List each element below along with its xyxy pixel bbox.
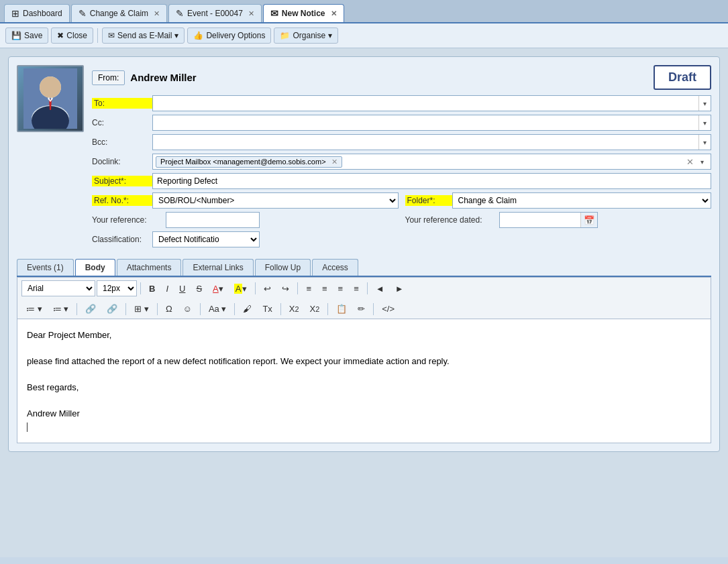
superscript-button[interactable]: X2 bbox=[305, 301, 325, 317]
ref-no-select[interactable]: SOB/ROL/<Number> bbox=[152, 192, 399, 209]
doclink-clear-icon[interactable]: ✕ bbox=[331, 158, 337, 166]
save-button[interactable]: 💾 Save bbox=[5, 27, 48, 44]
redo-button[interactable]: ↪ bbox=[277, 281, 294, 296]
draw-button[interactable]: ✏ bbox=[353, 301, 370, 317]
font-color-button[interactable]: A ▾ bbox=[208, 281, 228, 296]
subject-input[interactable] bbox=[152, 173, 711, 189]
tab-change-claim-close[interactable]: ✕ bbox=[154, 9, 160, 18]
tab-dashboard[interactable]: ⊞ Dashboard bbox=[4, 4, 70, 22]
align-right-button[interactable]: ≡ bbox=[333, 281, 348, 296]
emoji-button[interactable]: ☺ bbox=[178, 301, 197, 317]
organise-dropdown-arrow[interactable]: ▾ bbox=[328, 31, 332, 40]
tab-events[interactable]: Events (1) bbox=[17, 259, 74, 276]
cc-input[interactable] bbox=[153, 116, 698, 129]
editor-toolbar-1: Arial 12px B I U S A ▾ A ▾ ↩ ↪ ≡ ≡ ≡ ≡ ◄… bbox=[17, 277, 711, 299]
close-label: Close bbox=[66, 31, 87, 40]
underline-button[interactable]: U bbox=[174, 281, 190, 296]
ordered-list-button[interactable]: ≔ ▾ bbox=[48, 301, 74, 317]
table-button[interactable]: ⊞ ▾ bbox=[129, 301, 154, 317]
tab-access[interactable]: Access bbox=[312, 259, 358, 276]
to-dropdown-arrow[interactable]: ▾ bbox=[698, 96, 711, 111]
new-notice-icon: ✉ bbox=[270, 8, 278, 19]
classification-select[interactable]: Defect Notificatio bbox=[152, 231, 260, 247]
size-select[interactable]: 12px bbox=[97, 280, 137, 296]
save-label: Save bbox=[24, 31, 42, 40]
doclink-dropdown-arrow[interactable]: ▾ bbox=[696, 154, 708, 169]
your-ref-label: Your reference: bbox=[92, 215, 166, 225]
to-input[interactable] bbox=[153, 97, 698, 110]
folder-group: Folder*: Change & Claim bbox=[405, 192, 712, 209]
tab-change-claim[interactable]: ✎ Change & Claim ✕ bbox=[71, 4, 167, 22]
tab-follow-up-label: Follow Up bbox=[265, 263, 301, 272]
insert-template-button[interactable]: 📋 bbox=[331, 301, 352, 317]
body-line1: Dear Project Member, bbox=[27, 329, 701, 342]
omega-button[interactable]: Ω bbox=[161, 301, 177, 317]
your-ref-dated-wrap[interactable]: 📅 bbox=[499, 212, 598, 228]
tab-access-label: Access bbox=[322, 263, 348, 272]
tab-external-links-label: External Links bbox=[193, 263, 243, 272]
tab-new-notice-close[interactable]: ✕ bbox=[331, 9, 337, 18]
your-ref-input[interactable] bbox=[166, 212, 260, 228]
doclink-x-btn[interactable]: ✕ bbox=[686, 157, 694, 167]
tab-dashboard-label: Dashboard bbox=[23, 9, 62, 18]
italic-button[interactable]: I bbox=[161, 281, 173, 296]
tab-event[interactable]: ✎ Event - E00047 ✕ bbox=[168, 4, 262, 22]
bcc-dropdown-arrow[interactable]: ▾ bbox=[698, 135, 711, 150]
outdent-button[interactable]: ◄ bbox=[371, 281, 389, 296]
tab-attachments[interactable]: Attachments bbox=[117, 259, 182, 276]
svg-point-5 bbox=[40, 76, 61, 98]
form-fields: From: Andrew Miller Draft To: ▾ Cc: bbox=[92, 65, 711, 251]
classification-label: Classification: bbox=[92, 235, 152, 244]
subject-field-row: Subject*: bbox=[92, 173, 711, 189]
folder-select[interactable]: Change & Claim bbox=[452, 192, 712, 209]
editor-body[interactable]: Dear Project Member, please find attache… bbox=[17, 319, 711, 443]
align-center-button[interactable]: ≡ bbox=[317, 281, 332, 296]
bcc-input[interactable] bbox=[153, 135, 698, 149]
source-button[interactable]: </> bbox=[377, 301, 399, 317]
your-ref-dated-label: Your reference dated: bbox=[405, 215, 499, 225]
unordered-list-button[interactable]: ≔ ▾ bbox=[21, 301, 47, 317]
tab-event-close[interactable]: ✕ bbox=[248, 9, 254, 18]
font-size-btn[interactable]: Aa ▾ bbox=[204, 301, 231, 317]
send-email-button[interactable]: ✉ Send as E-Mail ▾ bbox=[102, 27, 185, 44]
calendar-icon[interactable]: 📅 bbox=[580, 213, 597, 227]
your-ref-dated-input[interactable] bbox=[500, 213, 580, 227]
link-button[interactable]: 🔗 bbox=[81, 301, 101, 317]
doclink-value: Project Mailbox <management@demo.sobis.c… bbox=[160, 158, 326, 166]
strikethrough-button[interactable]: S bbox=[191, 281, 207, 296]
tab-body[interactable]: Body bbox=[75, 259, 115, 276]
to-field-row: To: ▾ bbox=[92, 95, 711, 111]
indent-button[interactable]: ► bbox=[391, 281, 409, 296]
to-input-wrap[interactable]: ▾ bbox=[152, 95, 711, 111]
ref-no-group: Ref. No.*: SOB/ROL/<Number> bbox=[92, 192, 399, 209]
doclink-field-row: Doclink: Project Mailbox <management@dem… bbox=[92, 154, 711, 170]
tab-follow-up[interactable]: Follow Up bbox=[255, 259, 311, 276]
bold-button[interactable]: B bbox=[144, 281, 160, 296]
cursor-line bbox=[27, 420, 701, 434]
cc-input-wrap[interactable]: ▾ bbox=[152, 115, 711, 131]
align-justify-button[interactable]: ≡ bbox=[349, 281, 364, 296]
ed-sep-8 bbox=[200, 303, 201, 315]
close-button[interactable]: ✖ Close bbox=[51, 27, 93, 44]
send-email-dropdown-arrow[interactable]: ▾ bbox=[174, 31, 178, 40]
tab-new-notice[interactable]: ✉ New Notice ✕ bbox=[263, 4, 344, 22]
format-painter-button[interactable]: 🖌 bbox=[238, 301, 256, 317]
font-select[interactable]: Arial bbox=[21, 280, 95, 296]
align-left-button[interactable]: ≡ bbox=[301, 281, 316, 296]
doclink-input-wrap[interactable]: Project Mailbox <management@demo.sobis.c… bbox=[152, 154, 711, 170]
tab-external-links[interactable]: External Links bbox=[183, 259, 253, 276]
email-icon: ✉ bbox=[108, 31, 115, 40]
undo-button[interactable]: ↩ bbox=[259, 281, 276, 296]
highlight-button[interactable]: A ▾ bbox=[229, 281, 252, 296]
cc-dropdown-arrow[interactable]: ▾ bbox=[698, 115, 711, 130]
organise-icon: 📁 bbox=[280, 31, 290, 40]
delivery-options-button[interactable]: 👍 Delivery Options bbox=[187, 27, 271, 44]
cc-field-row: Cc: ▾ bbox=[92, 115, 711, 131]
tab-bar: ⊞ Dashboard ✎ Change & Claim ✕ ✎ Event -… bbox=[0, 0, 728, 23]
clear-format-button[interactable]: Tx bbox=[258, 301, 276, 317]
body-line2: please find attached the report of a new… bbox=[27, 355, 701, 368]
bcc-input-wrap[interactable]: ▾ bbox=[152, 134, 711, 150]
subscript-button[interactable]: X2 bbox=[284, 301, 304, 317]
organise-button[interactable]: 📁 Organise ▾ bbox=[274, 27, 338, 44]
unlink-button[interactable]: 🔗 bbox=[102, 301, 122, 317]
